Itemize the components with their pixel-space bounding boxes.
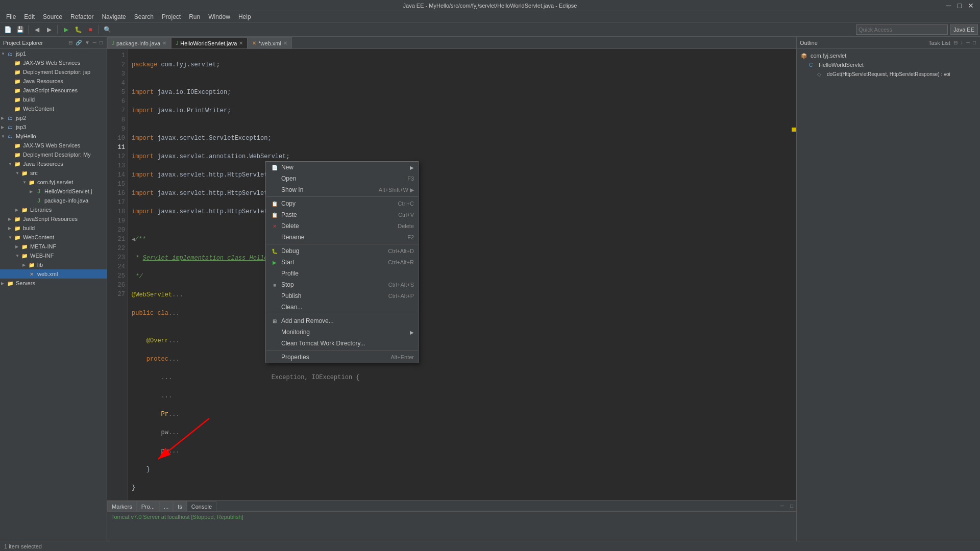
tree-item[interactable]: ▼🗂MyHello <box>0 132 107 141</box>
tree-item[interactable]: 📁build <box>0 95 107 104</box>
toolbar-new[interactable]: 📄 <box>2 24 13 35</box>
tree-item[interactable]: 📁JAX-WS Web Services <box>0 58 107 67</box>
tab-helloworld[interactable]: J HelloWorldServlet.java ✕ <box>171 37 248 48</box>
outline-package[interactable]: 📦 com.fyj.servlet <box>797 51 980 60</box>
toolbar-debug[interactable]: 🐛 <box>72 24 84 35</box>
maximize-button[interactable]: □ <box>955 2 964 10</box>
menu-window[interactable]: Window <box>204 12 234 21</box>
tree-item[interactable]: ▶JHelloWorldServlet.j <box>0 187 107 196</box>
toolbar-save[interactable]: 💾 <box>14 24 26 35</box>
toolbar-back[interactable]: ◀ <box>31 24 42 35</box>
menu-help[interactable]: Help <box>234 12 255 21</box>
code-content[interactable]: package com.fyj.servlet; import java.io.… <box>128 49 796 500</box>
perspective-button[interactable]: Java EE <box>950 24 978 35</box>
menu-edit[interactable]: Edit <box>20 12 39 21</box>
collapse-all-button[interactable]: ⊟ <box>67 40 74 45</box>
tree-icon-folder: 📁 <box>13 86 21 94</box>
tree-item[interactable]: ▶📁build <box>0 223 107 233</box>
menu-run[interactable]: Run <box>185 12 204 21</box>
menu-refactor[interactable]: Refactor <box>66 12 97 21</box>
tab-webxml-close[interactable]: ✕ <box>283 40 287 46</box>
menu-file[interactable]: File <box>2 12 20 21</box>
tree-icon-folder: 📁 <box>13 141 21 149</box>
outline-sort[interactable]: ↕ <box>960 40 964 45</box>
menu-search[interactable]: Search <box>130 12 158 21</box>
outline-minimize[interactable]: ─ <box>965 40 971 45</box>
ctx-profile[interactable]: Profile <box>266 268 418 279</box>
outline-class[interactable]: C HelloWorldServlet <box>797 60 980 69</box>
minimize-panel-button[interactable]: ─ <box>92 40 97 45</box>
tree-item[interactable]: 📁Deployment Descriptor: jsp <box>0 67 107 77</box>
ctx-monitoring[interactable]: Monitoring ▶ <box>266 327 418 338</box>
outline-class-icon: C <box>809 62 817 68</box>
ctx-debug[interactable]: 🐛 Debug Ctrl+Alt+D <box>266 245 418 257</box>
tree-item[interactable]: ▼📁WebContent <box>0 233 107 242</box>
toolbar-forward[interactable]: ▶ <box>43 24 55 35</box>
tree-item[interactable]: ▼📁com.fyj.servlet <box>0 178 107 187</box>
tree-item[interactable]: Jpackage-info.java <box>0 196 107 205</box>
tab-package-info[interactable]: J package-info.java ✕ <box>107 37 171 48</box>
tree-item[interactable]: 📁Deployment Descriptor: My <box>0 150 107 159</box>
tab-ts[interactable]: ts <box>173 501 187 511</box>
ctx-add-remove[interactable]: ⊞ Add and Remove... <box>266 315 418 327</box>
tab-pro[interactable]: Pro... <box>137 501 159 511</box>
menu-navigate[interactable]: Navigate <box>97 12 130 21</box>
tree-item[interactable]: ▶🗂jsp3 <box>0 122 107 132</box>
close-button[interactable]: ✕ <box>966 2 976 10</box>
ctx-open[interactable]: Open F3 <box>266 173 418 184</box>
tree-item[interactable]: 📁JAX-WS Web Services <box>0 141 107 150</box>
editor-tabs: J package-info.java ✕ J HelloWorldServle… <box>107 37 796 49</box>
ctx-paste[interactable]: 📋 Paste Ctrl+V <box>266 209 418 220</box>
tree-item[interactable]: ▶🗂jsp2 <box>0 113 107 122</box>
toolbar-search[interactable]: 🔍 <box>102 24 113 35</box>
maximize-panel-button[interactable]: □ <box>99 40 104 45</box>
bottom-maximize[interactable]: □ <box>789 503 794 509</box>
tab-webxml[interactable]: ✕ *web.xml ✕ <box>248 37 292 48</box>
bottom-minimize[interactable]: ─ <box>779 503 785 509</box>
minimize-button[interactable]: ─ <box>944 2 953 10</box>
tab-package-info-close[interactable]: ✕ <box>162 40 166 46</box>
ctx-properties[interactable]: Properties Alt+Enter <box>266 352 418 363</box>
ctx-delete[interactable]: ✕ Delete Delete <box>266 220 418 232</box>
code-editor[interactable]: 1 2 3 4 5 6 7 8 9 10 11 12 13 14 15 16 1… <box>107 49 796 500</box>
outline-maximize[interactable]: □ <box>972 40 977 45</box>
link-with-editor-button[interactable]: 🔗 <box>75 40 83 45</box>
tab-helloworld-close[interactable]: ✕ <box>239 40 243 46</box>
ctx-start[interactable]: ▶ Start Ctrl+Alt+R <box>266 257 418 268</box>
menu-source[interactable]: Source <box>39 12 66 21</box>
ctx-clean[interactable]: Clean... <box>266 302 418 313</box>
outline-method[interactable]: ◇ doGet(HttpServletRequest, HttpServletR… <box>797 69 980 79</box>
tree-item[interactable]: ▼📁src <box>0 168 107 178</box>
tree-item[interactable]: ▶📁lib <box>0 260 107 269</box>
line-numbers: 1 2 3 4 5 6 7 8 9 10 11 12 13 14 15 16 1… <box>107 49 128 500</box>
ctx-show-in[interactable]: Show In Alt+Shift+W ▶ <box>266 184 418 195</box>
ctx-new[interactable]: 📄 New ▶ <box>266 162 418 173</box>
tab-markers[interactable]: Markers <box>107 501 137 511</box>
tree-item[interactable]: ✕web.xml <box>0 269 107 279</box>
tree-label: WebContent <box>23 234 54 240</box>
tab-misc[interactable]: ... <box>159 501 173 511</box>
tree-item[interactable]: 📁WebContent <box>0 104 107 113</box>
view-menu-button[interactable]: ▼ <box>84 40 91 45</box>
ctx-clean-tomcat[interactable]: Clean Tomcat Work Directory... <box>266 338 418 349</box>
tree-item[interactable]: ▼📁Java Resources <box>0 159 107 168</box>
ctx-publish[interactable]: Publish Ctrl+Alt+P <box>266 290 418 302</box>
ctx-copy[interactable]: 📋 Copy Ctrl+C <box>266 198 418 209</box>
ctx-stop[interactable]: ■ Stop Ctrl+Alt+S <box>266 279 418 290</box>
tree-item[interactable]: 📁JavaScript Resources <box>0 86 107 95</box>
tree-item[interactable]: ▶📁JavaScript Resources <box>0 214 107 223</box>
ctx-rename[interactable]: Rename F2 <box>266 232 418 243</box>
toolbar-stop[interactable]: ■ <box>85 24 96 35</box>
menu-project[interactable]: Project <box>158 12 185 21</box>
tree-item[interactable]: ▼🗂jsp1 <box>0 49 107 58</box>
tree-item[interactable]: ▶📁Servers <box>0 279 107 288</box>
toolbar-run[interactable]: ▶ <box>60 24 71 35</box>
tree-item[interactable]: ▶📁Libraries <box>0 205 107 214</box>
tab-console[interactable]: Console <box>187 501 216 511</box>
outline-collapse[interactable]: ⊟ <box>952 40 959 45</box>
tree-item[interactable]: ▼📁WEB-INF <box>0 251 107 260</box>
quick-access-input[interactable] <box>856 24 948 35</box>
tree-item[interactable]: 📁Java Resources <box>0 77 107 86</box>
tree-label: META-INF <box>30 243 56 249</box>
tree-item[interactable]: ▶📁META-INF <box>0 242 107 251</box>
